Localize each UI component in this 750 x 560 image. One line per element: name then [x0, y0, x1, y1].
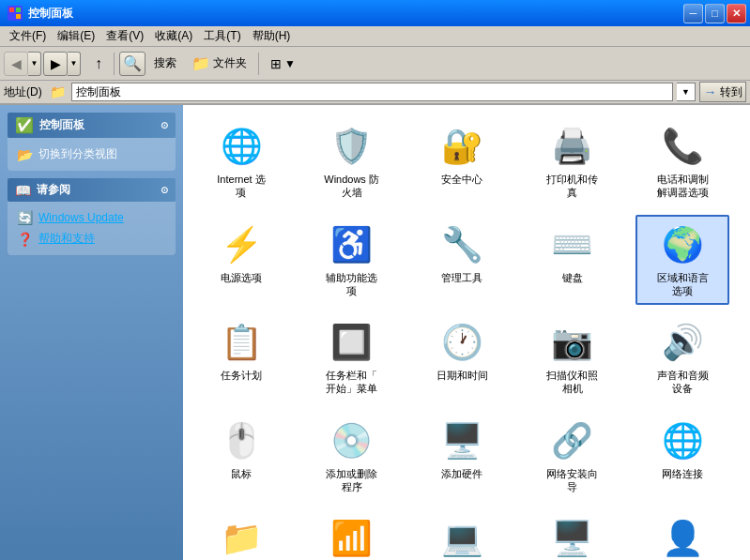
icon-item-wireless[interactable]: 📶无线网络安 装向导: [305, 508, 399, 560]
menu-favorites[interactable]: 收藏(A): [149, 26, 198, 46]
search-label[interactable]: 搜索: [147, 50, 183, 78]
sidebar: ✅ 控制面板 ⊙ 📂 切换到分类视图 📖 请参阅 ⊙: [0, 105, 183, 560]
sidebar-section-2-title: 请参阅: [37, 182, 70, 198]
sidebar-item-switch-view[interactable]: 📂 切换到分类视图: [13, 144, 170, 165]
firewall-label: Windows 防 火墙: [324, 173, 379, 200]
maximize-button[interactable]: □: [705, 4, 725, 23]
addhardware-label: 添加硬件: [441, 467, 482, 480]
sidebar-section-1-icon: ✅: [15, 116, 34, 134]
back-dropdown[interactable]: ▼: [28, 52, 41, 76]
menu-bar: 文件(F) 编辑(E) 查看(V) 收藏(A) 工具(T) 帮助(H): [0, 26, 750, 47]
icon-item-keyboard[interactable]: ⌨️键盘: [526, 215, 620, 306]
icon-item-folder-options[interactable]: 📁文件夹选项: [194, 508, 288, 560]
sidebar-content-2: 🔄 Windows Update ❓ 帮助和支持: [8, 202, 176, 255]
icon-item-printer[interactable]: 🖨️打印机和传 真: [526, 116, 620, 207]
toolbar-separator-1: [114, 53, 115, 75]
sidebar-section-controlpanel: ✅ 控制面板 ⊙ 📂 切换到分类视图: [8, 113, 176, 171]
printer-icon: 🖨️: [550, 124, 595, 169]
icon-item-sound[interactable]: 🔊声音和音频 设备: [635, 312, 729, 403]
datetime-label: 日期和时间: [436, 369, 488, 382]
accessibility-label: 辅助功能选 项: [326, 271, 377, 298]
icon-item-addremove[interactable]: 💿添加或删除 程序: [305, 411, 399, 502]
icon-item-region[interactable]: 🌍区域和语言 选项: [635, 215, 729, 306]
menu-tools[interactable]: 工具(T): [198, 26, 246, 46]
search-button[interactable]: 🔍: [119, 52, 145, 76]
go-button[interactable]: → 转到: [699, 82, 746, 102]
sidebar-chevron-2: ⊙: [161, 185, 168, 195]
icon-item-tasks[interactable]: 📋任务计划: [194, 312, 288, 403]
security-icon: 🔐: [439, 124, 484, 169]
display-icon: 🖥️: [550, 516, 595, 560]
network-label: 网络连接: [662, 467, 703, 480]
datetime-icon: 🕐: [439, 320, 484, 365]
power-icon: ⚡: [219, 222, 264, 267]
addremove-label: 添加或删除 程序: [326, 467, 377, 494]
network-wizard-label: 网络安装向 导: [546, 467, 598, 494]
menu-edit[interactable]: 编辑(E): [52, 26, 100, 46]
forward-group: ▶ ▼: [43, 52, 81, 76]
printer-label: 打印机和传 真: [546, 173, 598, 200]
modem-icon: 📞: [660, 124, 705, 169]
icon-item-taskbar[interactable]: 🔲任务栏和「 开始」菜单: [305, 312, 399, 403]
minimize-button[interactable]: ─: [683, 4, 703, 23]
security-label: 安全中心: [441, 173, 482, 186]
folders-button[interactable]: 📁 文件夹: [185, 50, 253, 78]
help-label[interactable]: 帮助和支持: [38, 231, 95, 247]
icon-item-system[interactable]: 💻系统: [415, 508, 509, 560]
sidebar-item-help[interactable]: ❓ 帮助和支持: [13, 228, 170, 250]
address-dropdown[interactable]: ▼: [677, 83, 696, 101]
svg-rect-2: [9, 14, 14, 19]
icon-item-addhardware[interactable]: 🖥️添加硬件: [415, 411, 509, 502]
menu-help[interactable]: 帮助(H): [247, 26, 297, 46]
icon-item-internet[interactable]: 🌐Internet 选 项: [194, 116, 288, 207]
views-button[interactable]: ⊞ ▼: [264, 50, 302, 78]
tasks-icon: 📋: [219, 320, 264, 365]
back-button[interactable]: ◀: [4, 52, 28, 76]
icon-item-datetime[interactable]: 🕐日期和时间: [415, 312, 509, 403]
accessibility-icon: ♿: [329, 222, 375, 267]
sidebar-section-header-1[interactable]: ✅ 控制面板 ⊙: [8, 113, 176, 138]
menu-file[interactable]: 文件(F): [4, 26, 52, 46]
region-icon: 🌍: [660, 222, 705, 267]
modem-label: 电话和调制 解调器选项: [657, 173, 709, 200]
keyboard-label: 键盘: [562, 271, 583, 284]
icon-item-firewall[interactable]: 🛡️Windows 防 火墙: [305, 116, 399, 207]
switch-view-icon: 📂: [17, 147, 33, 162]
close-button[interactable]: ✕: [727, 4, 746, 23]
admin-icon: 🔧: [439, 222, 484, 267]
icon-item-scanner[interactable]: 📷扫描仪和照 相机: [526, 312, 620, 403]
sidebar-switch-view-label: 切换到分类视图: [38, 146, 117, 162]
users-icon: 👤: [660, 516, 705, 560]
forward-dropdown[interactable]: ▼: [68, 52, 81, 76]
internet-icon: 🌐: [219, 124, 264, 169]
address-value[interactable]: 控制面板: [76, 84, 121, 100]
icon-item-power[interactable]: ⚡电源选项: [194, 215, 288, 306]
system-icon: 💻: [439, 516, 484, 560]
icon-item-modem[interactable]: 📞电话和调制 解调器选项: [635, 116, 729, 207]
region-label: 区域和语言 选项: [657, 271, 709, 298]
forward-button[interactable]: ▶: [43, 52, 68, 76]
icon-item-display[interactable]: 🖥️显示: [526, 508, 620, 560]
menu-view[interactable]: 查看(V): [100, 26, 149, 46]
icon-item-network[interactable]: 🌐网络连接: [635, 411, 729, 502]
network-wizard-icon: 🔗: [550, 418, 595, 463]
icon-item-accessibility[interactable]: ♿辅助功能选 项: [305, 215, 399, 306]
icon-item-users[interactable]: 👤用户帐户: [635, 508, 729, 560]
windows-update-label[interactable]: Windows Update: [38, 211, 124, 224]
mouse-icon: 🖱️: [219, 418, 264, 463]
sound-label: 声音和音频 设备: [657, 369, 709, 396]
icon-item-mouse[interactable]: 🖱️鼠标: [194, 411, 288, 502]
mouse-label: 鼠标: [231, 467, 252, 480]
windows-update-icon: 🔄: [17, 210, 33, 225]
network-icon: 🌐: [660, 418, 705, 463]
svg-rect-0: [9, 8, 14, 12]
addhardware-icon: 🖥️: [439, 418, 484, 463]
sidebar-section-header-2[interactable]: 📖 请参阅 ⊙: [8, 178, 176, 202]
icon-item-network-wizard[interactable]: 🔗网络安装向 导: [526, 411, 620, 502]
scanner-icon: 📷: [550, 320, 595, 365]
up-button[interactable]: ↑: [88, 50, 109, 78]
icon-item-security[interactable]: 🔐安全中心: [415, 116, 509, 207]
sidebar-item-windows-update[interactable]: 🔄 Windows Update: [13, 207, 170, 228]
tasks-label: 任务计划: [221, 369, 262, 382]
icon-item-admin[interactable]: 🔧管理工具: [415, 215, 509, 306]
